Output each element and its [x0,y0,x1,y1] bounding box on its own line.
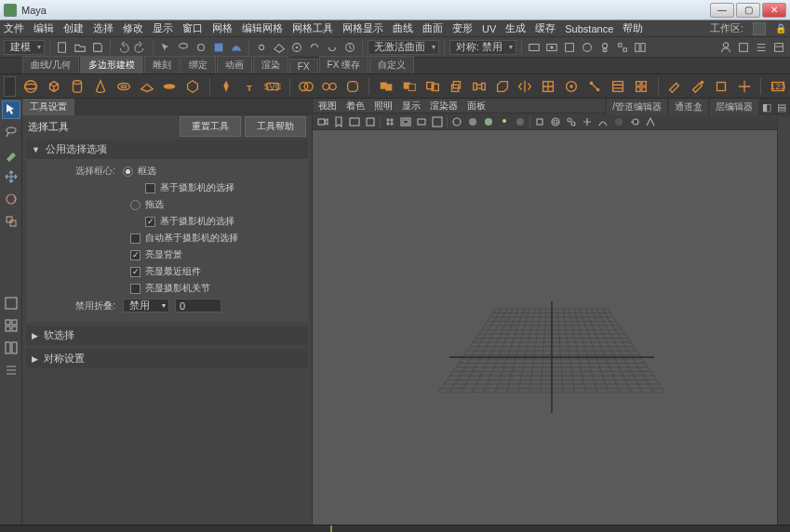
platonic-icon[interactable] [184,77,202,96]
right-tab[interactable]: 通道盒 [669,99,708,115]
hilite-near-check[interactable] [130,267,141,277]
scale-tool[interactable] [2,212,20,231]
symmetry-dropdown[interactable]: 对称: 禁用 [449,40,516,55]
shelf-tab[interactable]: FX 缓存 [319,56,369,73]
target-weld-icon[interactable] [563,77,581,96]
save-scene-icon[interactable] [90,40,105,55]
right-tab[interactable]: 层编辑器 [710,99,758,115]
lasso-tool[interactable] [2,123,20,141]
smooth-icon[interactable] [343,77,361,96]
hilite-cam-joint-check[interactable] [130,284,141,294]
svg-icon[interactable]: SVG [264,77,282,96]
drag-radio[interactable] [130,200,141,210]
snap-grid-icon[interactable] [211,40,226,55]
quad-draw-icon[interactable] [633,77,650,96]
viewport-menu-item[interactable]: 视图 [318,100,337,113]
menu-item[interactable]: 编辑 [33,21,54,35]
shelf-tab[interactable]: 绑定 [181,56,216,73]
hilite-bg-check[interactable] [130,250,141,260]
poly-type-icon[interactable] [218,77,235,96]
vp-resolution-gate-icon[interactable] [415,115,428,128]
menu-item[interactable]: 缓存 [535,21,556,35]
close-button[interactable]: ✕ [762,3,786,18]
shelf-tab[interactable]: 自定义 [369,56,414,73]
timeline-bar[interactable] [0,525,790,532]
tool-help-button[interactable]: 工具帮助 [245,116,306,137]
snap-plane-icon[interactable] [272,40,287,55]
menu-item[interactable]: Substance [565,23,613,34]
combine-icon[interactable] [298,77,315,96]
viewport-menu-item[interactable]: 显示 [402,100,421,113]
light-editor-icon[interactable] [597,40,612,55]
menu-item[interactable]: 修改 [123,21,143,35]
poly-cone-icon[interactable] [91,77,109,96]
snap-point-icon[interactable] [254,40,269,55]
move-tool[interactable] [2,167,20,186]
poly-plane-icon[interactable] [138,77,155,96]
layout-four-icon[interactable] [2,316,20,335]
attr-toggle-icon[interactable] [771,40,786,55]
snap-live-icon[interactable] [289,40,304,55]
marquee-radio[interactable] [123,166,133,177]
layout-single-icon[interactable] [2,294,20,313]
poly-count-icon[interactable]: 123 [769,77,786,96]
snap-curve-icon[interactable] [229,40,244,55]
nolive-dropdown[interactable]: 无激活曲面 [368,40,439,55]
layout-two-icon[interactable] [2,339,20,357]
channel-toggle-icon[interactable] [754,40,769,55]
right-tab[interactable]: /管道编辑器 [607,99,667,115]
vp-ao-icon[interactable] [612,115,625,128]
poly-cube-icon[interactable] [45,77,62,96]
toolbox-toggle-icon[interactable] [736,40,751,55]
shelf-tab[interactable]: FX [289,59,318,73]
workspace-dropdown[interactable] [753,22,766,35]
vp-select-cam-icon[interactable] [316,115,329,128]
open-scene-icon[interactable] [73,40,87,55]
cam-based-drag-check[interactable] [145,217,155,227]
vp-2d-icon[interactable] [364,115,377,128]
poly-sphere-icon[interactable] [21,77,39,96]
disable-dropdown[interactable]: 禁用 [123,299,169,313]
cam-based-marquee-check[interactable] [145,183,155,193]
shelf-menu-icon[interactable] [4,76,16,97]
select-tool[interactable] [2,100,20,119]
menu-item[interactable]: 显示 [153,21,173,35]
panel-toggle-icon[interactable] [633,40,648,55]
sculpt3-icon[interactable] [712,77,730,96]
vp-gate-mask-icon[interactable] [431,115,444,128]
menu-item[interactable]: 选择 [93,21,114,35]
tool-settings-tab[interactable]: 工具设置 [22,99,74,115]
render-icon[interactable] [527,40,542,55]
menu-item[interactable]: 创建 [63,21,84,35]
mirror-icon[interactable] [516,77,534,96]
snap-toggle2-icon[interactable] [325,40,340,55]
shelf-tab[interactable]: 曲线/几何 [22,56,79,73]
menu-item[interactable]: 网格 [212,21,233,35]
menu-item[interactable]: 窗口 [182,21,203,35]
boolean-diff-icon[interactable] [400,77,418,96]
shelf-tab[interactable]: 动画 [217,56,252,73]
vp-textured-icon[interactable] [482,115,495,128]
vp-xray-joints-icon[interactable] [565,115,578,128]
ipr-icon[interactable] [544,40,559,55]
viewport-menu-item[interactable]: 着色 [346,100,365,113]
vp-isolate-icon[interactable] [533,115,546,128]
outliner-icon[interactable] [2,361,20,379]
paint-select-icon[interactable] [194,40,208,55]
vp-wireframe-icon[interactable] [450,115,463,128]
shelf-tab[interactable]: 渲染 [253,56,288,73]
viewport[interactable] [313,130,790,525]
connect-icon[interactable] [586,77,604,96]
auto-cam-check[interactable] [130,233,141,244]
maximize-button[interactable]: ▢ [736,3,760,18]
vp-film-gate-icon[interactable] [399,115,412,128]
vp-aa-icon[interactable] [644,115,657,128]
bevel-icon[interactable] [493,77,511,96]
menu-item[interactable]: 生成 [505,21,526,35]
vp-xray-icon[interactable] [549,115,562,128]
poly-disc-icon[interactable] [161,77,179,96]
mode-dropdown[interactable]: 建模 [4,40,45,55]
history-icon[interactable] [342,40,357,55]
panel-toggle-icon[interactable]: ▤ [775,100,788,113]
section-header[interactable]: ▼ 公用选择选项 [26,140,308,159]
